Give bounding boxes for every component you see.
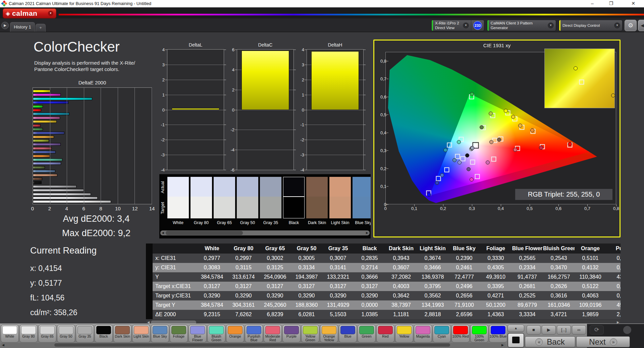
swatch-strip-scrollbar[interactable]: ◀ ▶ [160, 230, 370, 235]
tick-mark [558, 204, 559, 206]
meter-count-badge[interactable]: 233 [473, 21, 482, 30]
pattern-button-gray-65[interactable]: Gray 65 [38, 325, 56, 343]
pattern-button-moderate-red[interactable]: Moderate Red [264, 325, 282, 343]
minimize-button[interactable]: – [585, 0, 600, 7]
table-cell: 134,1993 [417, 300, 448, 310]
delta-bar [172, 108, 219, 110]
pattern-color-chip [303, 326, 318, 334]
pattern-button-magenta[interactable]: Magenta [414, 325, 432, 343]
pattern-generator-dropdown[interactable]: CalMAN Client 3 Pattern Generator ▼ [487, 20, 556, 31]
gridline [167, 110, 224, 110]
collapse-palette-button[interactable]: ▲ [507, 325, 524, 332]
bar-gray-50 [33, 189, 84, 192]
pattern-button-blue[interactable]: Blue [339, 325, 357, 343]
pattern-button-green[interactable]: Green [358, 325, 376, 343]
gear-icon[interactable]: ⚙ [625, 20, 637, 31]
back-chevron-icon: « [535, 338, 543, 346]
pattern-color-chip [153, 326, 167, 334]
target-marker-blue-flower [460, 156, 465, 161]
y-tick-label: -3 [300, 152, 304, 157]
pattern-label: Purplish Blue [245, 335, 263, 342]
row-label: x: CIE31 [153, 254, 196, 263]
bar-cyan [33, 113, 69, 115]
y-tick-label: 0,2 [380, 166, 386, 171]
pattern-button-100-red[interactable]: 100% Red [451, 325, 470, 343]
measured-marker-purple [467, 167, 471, 171]
pattern-button-gray-35[interactable]: Gray 35 [76, 325, 94, 343]
scrollbar-thumb[interactable] [166, 231, 243, 235]
tick-mark [386, 79, 388, 79]
back-button[interactable]: « Back [525, 336, 575, 347]
pattern-button-dark-skin[interactable]: Dark Skin [113, 325, 131, 343]
refresh-button[interactable]: ⟳ [590, 325, 604, 335]
pattern-button-cyan[interactable]: Cyan [433, 325, 451, 343]
gridline [167, 140, 224, 140]
table-cell: 0,3005 [291, 254, 322, 263]
pattern-button-yellow[interactable]: Yellow [395, 325, 413, 343]
tick-mark [386, 133, 388, 133]
step-button[interactable]: [‥] [557, 325, 571, 335]
pattern-button-purple[interactable]: Purple [282, 325, 301, 343]
loop-button[interactable]: ∞ [572, 325, 586, 335]
pattern-button-yellow-green[interactable]: Yellow Green [301, 325, 319, 343]
meter-dropdown[interactable]: X-Rite i1Pro 2Direct View ▼ 233 [431, 20, 484, 31]
y-tick-label: 0,3 [380, 148, 386, 153]
measured-marker-bluish-green [457, 140, 461, 144]
tick-mark [235, 150, 237, 150]
actual-swatch [283, 177, 305, 197]
gridline [167, 65, 224, 65]
pattern-button-purplish-blue[interactable]: Purplish Blue [245, 325, 263, 343]
scroll-left-icon[interactable]: ◀ [160, 230, 165, 235]
deltah-chart: DeltaH43210-1-2-3-4 [307, 42, 364, 170]
pattern-window-button[interactable] [507, 333, 524, 348]
target-swatch [306, 197, 328, 218]
play-button[interactable]: ▶ [542, 325, 556, 335]
collapse-toolbar-button[interactable]: ◀ [638, 20, 644, 31]
tick-mark [386, 97, 388, 97]
scrollbar-thumb[interactable] [54, 343, 450, 347]
pattern-button-gray-50[interactable]: Gray 50 [57, 325, 75, 343]
pattern-button-blue-flower[interactable]: Blue Flower [189, 325, 207, 343]
pattern-button-blue-sky[interactable]: Blue Sky [151, 325, 169, 343]
scroll-right-icon[interactable]: ▶ [500, 343, 505, 347]
tick-mark [530, 204, 530, 206]
y-tick-label: 0,5 [380, 112, 386, 117]
pattern-button-gray-80[interactable]: Gray 80 [19, 325, 38, 343]
y-tick-label: -2 [300, 137, 304, 142]
bar-blue-flower [33, 162, 61, 165]
table-row: Target Y384,5784304,3161245,2060188,8360… [153, 300, 621, 310]
table-cell: 2,8818 [417, 310, 448, 319]
pattern-button-100-green[interactable]: 100% Green [470, 325, 488, 343]
scroll-left-icon[interactable]: ◀ [1, 343, 6, 347]
table-cell: 0,3007 [322, 254, 354, 263]
pattern-button-light-skin[interactable]: Light Skin [132, 325, 150, 343]
pattern-button-orange-yellow[interactable]: Orange Yellow [320, 325, 338, 343]
swatch-label: Gray 35 [260, 220, 281, 225]
restore-button[interactable]: ❐ [604, 0, 619, 7]
pattern-button-black[interactable]: Black [95, 325, 113, 343]
table-cell: 0,3562 [417, 291, 448, 300]
table-cell: 0,3127 [354, 282, 385, 291]
add-tab-button[interactable]: + [36, 24, 46, 32]
next-button[interactable]: Next » [576, 336, 630, 347]
calman-menu-button[interactable]: ◈ calman ▼ [3, 8, 56, 18]
chevron-down-icon: ▼ [463, 22, 469, 28]
tick-mark [294, 70, 296, 70]
measured-marker-red [539, 146, 543, 150]
close-button[interactable]: ✕ [626, 0, 641, 7]
palette-scrollbar[interactable]: ◀ ▶ [1, 343, 506, 347]
gridline [237, 130, 293, 130]
pattern-button-white[interactable]: White [1, 325, 19, 343]
display-control-dropdown[interactable]: Direct Display Control ▼ [559, 20, 623, 31]
pattern-button-foliage[interactable]: Foliage [170, 325, 188, 343]
pattern-button-100-blue[interactable]: 100% Blue [489, 325, 506, 343]
scroll-right-icon[interactable]: ▶ [365, 230, 370, 235]
history-panel-button[interactable]: ▶ [1, 22, 9, 29]
bar-100-blue [33, 101, 68, 104]
stop-button[interactable]: ■ [527, 325, 541, 335]
tick-mark [224, 110, 226, 110]
pattern-button-orange[interactable]: Orange [226, 325, 244, 343]
pattern-button-red[interactable]: Red [376, 325, 394, 343]
pattern-button-bluish-green[interactable]: Bluish Green [207, 325, 225, 343]
tab-history-1[interactable]: History 1 [10, 22, 35, 32]
